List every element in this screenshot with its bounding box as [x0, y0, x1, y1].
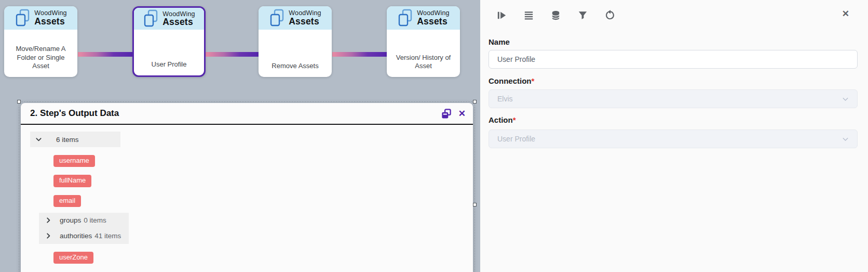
node-label: Version/ History of Asset — [391, 54, 455, 71]
woodwing-assets-logo-icon — [143, 9, 159, 29]
action-select[interactable]: User Profile — [489, 129, 858, 148]
output-badge-userzone[interactable]: userZone — [53, 252, 93, 264]
connector-link — [332, 52, 387, 57]
brand-name: WoodWing — [417, 10, 450, 17]
group-label: groups — [60, 216, 81, 224]
resize-handle-top-right[interactable] — [473, 100, 477, 103]
close-icon[interactable]: ✕ — [842, 9, 849, 18]
required-marker: * — [513, 115, 516, 124]
node-label: User Profile — [152, 60, 187, 69]
chevron-down-icon — [35, 136, 42, 143]
output-badge-email[interactable]: email — [53, 195, 81, 207]
inspector-toolbar — [489, 7, 858, 23]
connection-select-value: Elvis — [497, 95, 841, 103]
action-select-value: User Profile — [497, 135, 841, 143]
chevron-right-icon — [45, 217, 52, 224]
node-user-profile[interactable]: WoodWing Assets User Profile — [132, 6, 206, 77]
node-remove-assets[interactable]: WoodWing Assets Remove Assets — [259, 6, 332, 77]
chevron-down-icon — [841, 135, 850, 144]
undo-icon[interactable] — [604, 9, 616, 21]
brand-name: WoodWing — [289, 10, 321, 17]
resume-icon[interactable] — [496, 9, 508, 21]
tree-row-groups[interactable]: groups 0 items — [39, 213, 129, 228]
list-icon[interactable] — [523, 9, 535, 21]
database-icon[interactable] — [550, 9, 562, 21]
node-label: Remove Assets — [272, 62, 318, 70]
node-header: WoodWing Assets — [134, 8, 204, 30]
chevron-right-icon — [45, 232, 52, 239]
output-badge-fullname[interactable]: fullName — [53, 175, 91, 187]
node-header: WoodWing Assets — [387, 6, 460, 30]
data-tree: 6 items username fullName email groups 0… — [21, 125, 473, 264]
workflow-canvas[interactable]: WoodWing Assets Move/Rename A Folder or … — [0, 0, 480, 272]
product-name: Assets — [417, 17, 450, 27]
duplicate-icon[interactable] — [441, 108, 452, 119]
woodwing-assets-logo-icon — [15, 8, 31, 28]
node-move-rename-asset[interactable]: WoodWing Assets Move/Rename A Folder or … — [4, 6, 77, 77]
connector-link — [78, 52, 132, 57]
step-output-data-panel: 2. Step's Output Data ✕ 6 items — [21, 103, 473, 272]
tree-root-count: 6 items — [56, 136, 79, 144]
product-name: Assets — [289, 17, 321, 27]
woodwing-assets-logo-icon — [269, 8, 286, 28]
close-icon[interactable]: ✕ — [458, 109, 466, 118]
node-header: WoodWing Assets — [4, 6, 77, 30]
resize-handle-right[interactable] — [473, 203, 477, 206]
node-label: Move/Rename A Folder or Single Asset — [9, 45, 73, 70]
required-marker: * — [532, 76, 535, 85]
chevron-down-icon — [841, 95, 850, 103]
tree-group-block: groups 0 items authorities 41 items — [39, 213, 129, 244]
tree-row-authorities[interactable]: authorities 41 items — [39, 228, 129, 244]
product-name: Assets — [34, 17, 67, 27]
connector-link — [205, 52, 259, 57]
output-badge-username[interactable]: username — [53, 155, 95, 167]
product-name: Assets — [162, 18, 195, 27]
tree-root-row[interactable]: 6 items — [30, 132, 120, 147]
connection-select[interactable]: Elvis — [489, 89, 858, 108]
step-inspector-panel: ✕ Name Connection* Elvis Action* User Pr… — [480, 0, 868, 272]
name-input[interactable] — [489, 50, 858, 69]
brand-name: WoodWing — [34, 10, 67, 17]
panel-title: 2. Step's Output Data — [30, 108, 441, 119]
group-label: authorities — [60, 232, 92, 240]
panel-header[interactable]: 2. Step's Output Data ✕ — [21, 103, 473, 125]
node-header: WoodWing Assets — [259, 6, 332, 30]
action-field-label: Action* — [489, 115, 858, 124]
group-count: 41 items — [94, 232, 121, 240]
resize-handle-top-left[interactable] — [17, 100, 21, 103]
woodwing-assets-logo-icon — [397, 8, 414, 28]
filter-icon[interactable] — [577, 9, 589, 21]
group-count: 0 items — [84, 216, 106, 224]
node-version-history[interactable]: WoodWing Assets Version/ History of Asse… — [387, 6, 460, 77]
connection-field-label: Connection* — [489, 76, 858, 85]
name-field-label: Name — [489, 37, 858, 46]
